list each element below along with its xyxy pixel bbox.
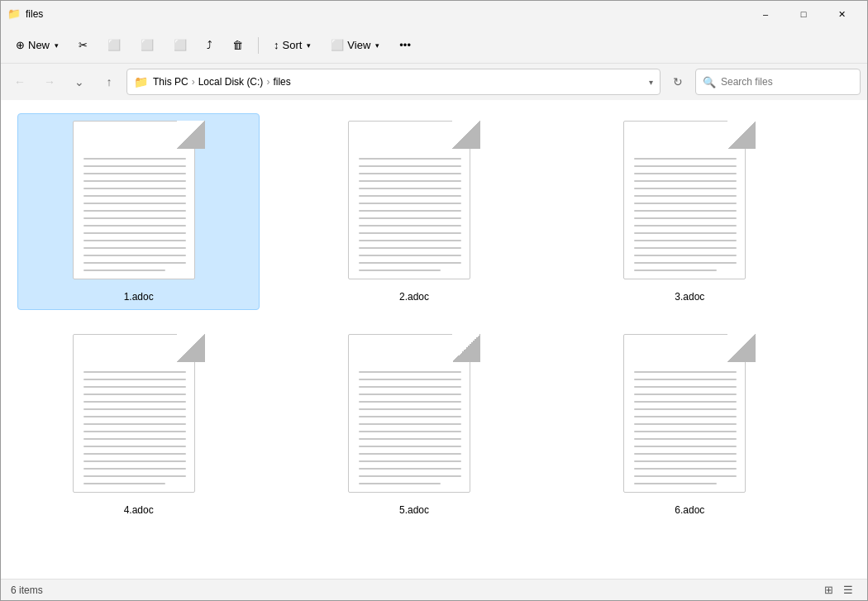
doc-line bbox=[359, 453, 461, 455]
doc-line bbox=[634, 483, 716, 484]
dropdown-recent-button[interactable]: ⌄ bbox=[67, 69, 92, 94]
doc-line bbox=[359, 269, 441, 271]
doc-line bbox=[83, 468, 186, 470]
address-path[interactable]: 📁 This PC › Local Disk (C:) › files ▾ bbox=[126, 69, 661, 95]
delete-button[interactable]: 🗑 bbox=[224, 31, 251, 60]
doc-lines bbox=[349, 158, 471, 271]
file-name: 2.adoc bbox=[399, 291, 429, 303]
copy-button[interactable]: ⬜ bbox=[99, 31, 129, 60]
view-chevron-icon: ▾ bbox=[375, 41, 379, 50]
doc-line bbox=[634, 188, 737, 189]
doc-line bbox=[83, 446, 186, 447]
doc-line bbox=[634, 262, 737, 264]
more-button[interactable]: ••• bbox=[391, 31, 419, 60]
doc-lines bbox=[74, 158, 196, 271]
doc-line bbox=[634, 217, 737, 219]
doc-line bbox=[634, 203, 737, 204]
toolbar-separator bbox=[258, 37, 259, 54]
path-dropdown-icon: ▾ bbox=[649, 78, 653, 87]
file-item[interactable]: 5.adoc bbox=[293, 327, 535, 523]
doc-line bbox=[634, 460, 737, 462]
doc-line bbox=[634, 394, 737, 395]
doc-line bbox=[83, 483, 165, 484]
file-name: 4.adoc bbox=[124, 504, 154, 516]
minimize-button[interactable]: – bbox=[746, 1, 785, 27]
doc-fold-shadow bbox=[177, 334, 205, 362]
doc-line bbox=[359, 431, 461, 432]
doc-line bbox=[83, 408, 186, 410]
doc-icon bbox=[73, 334, 205, 499]
back-button[interactable]: ← bbox=[7, 69, 32, 94]
doc-line bbox=[83, 416, 186, 417]
doc-line bbox=[359, 247, 461, 249]
doc-line bbox=[634, 416, 737, 417]
cut-icon: ✂ bbox=[79, 39, 88, 51]
search-icon: 🔍 bbox=[703, 76, 716, 88]
file-item[interactable]: 6.adoc bbox=[569, 327, 811, 523]
doc-line bbox=[634, 158, 737, 160]
doc-line bbox=[83, 247, 186, 249]
file-grid: 1.adoc 2.adoc 3.adoc bbox=[17, 113, 811, 523]
doc-line bbox=[359, 232, 461, 234]
more-icon: ••• bbox=[399, 39, 411, 51]
doc-fold-shadow bbox=[452, 121, 480, 149]
window-icon: 📁 bbox=[7, 7, 21, 21]
doc-line bbox=[634, 468, 737, 470]
doc-line bbox=[634, 371, 737, 373]
doc-fold-shadow bbox=[727, 121, 756, 149]
cut-button[interactable]: ✂ bbox=[70, 31, 96, 60]
toolbar: ⊕ New ▾ ✂ ⬜ ⬜ ⬜ ⤴ 🗑 ↕ Sort ▾ ⬜ View ▾ ••… bbox=[1, 27, 867, 64]
file-item[interactable]: 4.adoc bbox=[17, 327, 260, 523]
file-name: 5.adoc bbox=[399, 504, 429, 516]
doc-icon bbox=[348, 334, 480, 499]
doc-line bbox=[634, 386, 737, 388]
list-view-button[interactable]: ☰ bbox=[839, 581, 857, 599]
forward-button[interactable]: → bbox=[37, 69, 62, 94]
file-item[interactable]: 1.adoc bbox=[17, 113, 260, 310]
path-text: This PC › Local Disk (C:) › files bbox=[153, 76, 291, 88]
doc-line bbox=[83, 386, 186, 388]
file-name: 6.adoc bbox=[675, 504, 704, 516]
doc-line bbox=[634, 232, 737, 234]
up-button[interactable]: ↑ bbox=[97, 69, 122, 94]
file-item[interactable]: 3.adoc bbox=[569, 113, 811, 310]
copy-icon: ⬜ bbox=[107, 39, 121, 51]
doc-icon bbox=[623, 334, 756, 499]
doc-fold-shadow bbox=[727, 334, 756, 362]
share-icon: ⤴ bbox=[207, 39, 212, 51]
new-button[interactable]: ⊕ New ▾ bbox=[7, 31, 67, 60]
doc-line bbox=[634, 165, 737, 167]
grid-view-button[interactable]: ⊞ bbox=[819, 581, 837, 599]
maximize-button[interactable]: □ bbox=[785, 1, 823, 27]
doc-line bbox=[83, 401, 186, 403]
doc-icon bbox=[73, 121, 205, 286]
doc-line bbox=[634, 247, 737, 249]
doc-line bbox=[83, 240, 186, 241]
file-item[interactable]: 2.adoc bbox=[293, 113, 535, 310]
share-button[interactable]: ⤴ bbox=[198, 31, 221, 60]
doc-line bbox=[359, 416, 461, 417]
doc-line bbox=[634, 240, 737, 241]
file-name: 1.adoc bbox=[124, 291, 154, 303]
search-box[interactable]: 🔍 bbox=[695, 69, 861, 95]
refresh-button[interactable]: ↻ bbox=[665, 69, 690, 94]
rename-button[interactable]: ⬜ bbox=[165, 31, 195, 60]
paste-icon: ⬜ bbox=[141, 39, 154, 51]
sort-button[interactable]: ↕ Sort ▾ bbox=[265, 31, 319, 60]
view-button[interactable]: ⬜ View ▾ bbox=[322, 31, 388, 60]
file-area[interactable]: 1.adoc 2.adoc 3.adoc bbox=[1, 100, 867, 579]
doc-line bbox=[634, 431, 737, 432]
path-localdisk: Local Disk (C:) bbox=[198, 76, 264, 88]
doc-lines bbox=[624, 371, 746, 484]
doc-line bbox=[359, 240, 461, 241]
doc-line bbox=[634, 401, 737, 403]
doc-line bbox=[359, 483, 441, 484]
doc-line bbox=[83, 453, 186, 455]
close-button[interactable]: ✕ bbox=[823, 1, 861, 27]
doc-line bbox=[83, 371, 186, 373]
search-input[interactable] bbox=[721, 76, 853, 88]
grid-view-icon: ⊞ bbox=[824, 584, 833, 596]
paste-button[interactable]: ⬜ bbox=[132, 31, 162, 60]
doc-line bbox=[359, 203, 461, 204]
doc-line bbox=[83, 188, 186, 189]
